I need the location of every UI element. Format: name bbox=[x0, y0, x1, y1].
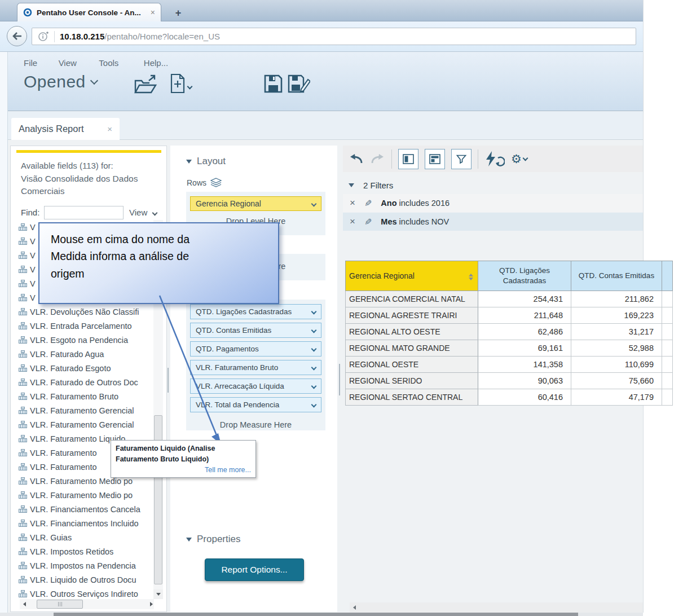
field-list-item[interactable]: VLR. Liquido de Outros Docu bbox=[19, 573, 154, 587]
browse-files-button[interactable] bbox=[134, 74, 157, 98]
save-button[interactable] bbox=[264, 74, 283, 95]
value-cell[interactable]: 47,179 bbox=[571, 389, 662, 406]
value-cell[interactable]: 75,660 bbox=[571, 373, 662, 389]
value-cell[interactable]: 90,063 bbox=[478, 373, 571, 389]
row-label-cell[interactable]: REGIONAL MATO GRANDE bbox=[346, 340, 478, 357]
value-cell[interactable]: 69,161 bbox=[478, 340, 571, 357]
measure-chip[interactable]: QTD. Ligações Cadastradas bbox=[190, 304, 321, 319]
undo-button[interactable] bbox=[349, 152, 364, 165]
value-cell[interactable]: 52,988 bbox=[571, 340, 662, 357]
value-cell[interactable]: 141,358 bbox=[478, 357, 571, 373]
table-row[interactable]: REGIONAL SERTAO CENTRAL60,41647,179 bbox=[346, 389, 673, 406]
table-row[interactable]: REGIONAL OESTE141,358110,699 bbox=[346, 357, 673, 373]
create-new-button[interactable] bbox=[169, 73, 192, 94]
edit-filter-pencil-icon[interactable]: ✎ bbox=[364, 198, 372, 209]
field-list-item[interactable]: VLR. Devoluções Não Classifi bbox=[19, 305, 154, 319]
tab-analysis-report[interactable]: Analysis Report × bbox=[11, 118, 120, 140]
table-row[interactable]: REGIONAL ALTO OESTE62,48631,217 bbox=[346, 324, 673, 340]
remove-filter-icon[interactable]: × bbox=[350, 216, 355, 227]
edit-filter-pencil-icon[interactable]: ✎ bbox=[364, 217, 372, 227]
field-list-item[interactable]: VLR. Faturamento Bruto bbox=[19, 389, 154, 403]
menu-help[interactable]: Help... bbox=[144, 58, 168, 68]
value-cell[interactable]: 31,217 bbox=[571, 324, 662, 340]
field-list-item[interactable]: VLR. Faturamento Medio po bbox=[19, 488, 154, 502]
menu-file[interactable]: File bbox=[24, 58, 37, 68]
report-options-button[interactable]: Report Options... bbox=[205, 558, 304, 581]
window-hscrollbar[interactable] bbox=[0, 613, 643, 616]
menu-tools[interactable]: Tools bbox=[99, 58, 118, 68]
row-label-cell[interactable]: REGIONAL OESTE bbox=[346, 357, 478, 373]
row-label-cell[interactable]: GERENCIA COMERCIAL NATAL bbox=[346, 291, 478, 307]
measure-chip[interactable]: VLR. Total da Pendencia bbox=[190, 397, 321, 412]
value-cell[interactable]: 169,223 bbox=[571, 307, 662, 324]
hscrollbar-thumb[interactable] bbox=[37, 600, 83, 609]
sort-icon[interactable] bbox=[469, 274, 473, 280]
triangle-right-icon[interactable] bbox=[150, 602, 153, 606]
table-row[interactable]: REGIONAL AGRESTE TRAIRI211,648169,223 bbox=[346, 307, 673, 324]
browser-tab[interactable]: Pentaho User Console - An... × bbox=[17, 3, 161, 21]
view-dropdown[interactable]: View bbox=[129, 208, 157, 217]
table-row[interactable]: GERENCIA COMERCIAL NATAL254,431211,862 bbox=[346, 291, 673, 307]
row-label-cell[interactable]: REGIONAL SERIDO bbox=[346, 373, 478, 389]
field-list-item[interactable]: VLR. Faturamento Gerencial bbox=[19, 403, 154, 417]
hscroll-left-button[interactable] bbox=[20, 600, 29, 609]
filter-row-ano[interactable]: × ✎ Ano includes 2016 bbox=[343, 194, 643, 212]
value-cell[interactable]: 60,416 bbox=[478, 389, 571, 406]
save-as-button[interactable] bbox=[288, 74, 310, 95]
report-hscrollbar[interactable] bbox=[350, 602, 643, 613]
field-list-item[interactable]: VLR. Faturado Esgoto bbox=[19, 361, 154, 375]
field-list-item[interactable]: VLR. Outros Serviços Indireto bbox=[19, 587, 154, 599]
table-column-header[interactable]: QTD. Ligações Cadastradas bbox=[478, 261, 571, 291]
tab-close-icon[interactable]: × bbox=[151, 8, 155, 17]
field-list-item[interactable]: VLR. Faturado Agua bbox=[19, 347, 154, 361]
row-label-cell[interactable]: REGIONAL ALTO OESTE bbox=[346, 324, 478, 340]
row-label-cell[interactable]: REGIONAL AGRESTE TRAIRI bbox=[346, 307, 478, 324]
new-tab-button[interactable]: + bbox=[168, 6, 188, 20]
measure-chip[interactable]: QTD. Pagamentos bbox=[190, 341, 321, 357]
table-row[interactable]: REGIONAL MATO GRANDE69,16152,988 bbox=[346, 340, 673, 357]
table-column-header[interactable]: Gerencia Regional bbox=[346, 261, 478, 291]
settings-dropdown[interactable]: ⚙ bbox=[511, 153, 527, 165]
properties-section-header[interactable]: Properties bbox=[186, 534, 240, 545]
value-cell[interactable]: 62,486 bbox=[478, 324, 571, 340]
value-cell[interactable]: 211,648 bbox=[478, 307, 571, 324]
show-left-panel-button[interactable] bbox=[398, 149, 418, 169]
value-cell[interactable]: 110,699 bbox=[571, 357, 662, 373]
field-list-item[interactable]: VLR. Impostos Retidos bbox=[19, 544, 154, 558]
field-list-item[interactable]: VLR. Entrada Parcelamento bbox=[19, 319, 154, 333]
measure-chip[interactable]: QTD. Contas Emitidas bbox=[190, 323, 321, 338]
field-list-item[interactable]: VLR. Guias bbox=[19, 530, 154, 544]
value-cell[interactable]: 254,431 bbox=[478, 291, 571, 307]
panel-splitter-handle[interactable] bbox=[168, 368, 169, 393]
field-list-item[interactable]: VLR. Financiamentos Incluido bbox=[19, 516, 154, 530]
filter-row-mes[interactable]: × ✎ Mes includes NOV bbox=[343, 213, 643, 231]
find-input[interactable] bbox=[44, 206, 124, 219]
field-list-item[interactable]: VLR. Esgoto na Pendencia bbox=[19, 333, 154, 347]
field-list-hscrollbar[interactable] bbox=[20, 599, 154, 609]
layout-section-header[interactable]: Layout bbox=[186, 156, 226, 167]
value-cell[interactable]: 211,862 bbox=[571, 291, 662, 307]
table-column-header[interactable]: QTD. Contas Emitidas bbox=[571, 261, 662, 291]
redo-button[interactable] bbox=[370, 152, 385, 165]
panel-splitter-handle[interactable] bbox=[339, 364, 340, 395]
measure-chip[interactable]: VLR. Arrecacação Líquida bbox=[190, 379, 321, 394]
opened-dropdown[interactable]: Opened bbox=[24, 72, 97, 91]
back-button[interactable] bbox=[7, 26, 27, 46]
show-filters-button[interactable] bbox=[451, 149, 472, 169]
row-field-chip[interactable]: Gerencia Regional bbox=[190, 196, 321, 211]
tell-me-more-link[interactable]: Tell me more... bbox=[116, 466, 251, 474]
row-label-cell[interactable]: REGIONAL SERTAO CENTRAL bbox=[346, 389, 478, 406]
show-top-panel-button[interactable] bbox=[425, 149, 445, 169]
field-list-item[interactable]: VLR. Faturamento Gerencial bbox=[19, 417, 154, 432]
vscrollbar-down-button[interactable] bbox=[153, 589, 163, 599]
filters-section-header[interactable]: 2 Filters bbox=[343, 177, 643, 193]
window-hscrollbar-thumb[interactable] bbox=[54, 613, 578, 616]
remove-filter-icon[interactable]: × bbox=[350, 197, 355, 209]
refresh-report-button[interactable] bbox=[484, 151, 505, 168]
field-list-item[interactable]: VLR. Faturado de Outros Doc bbox=[19, 375, 154, 389]
field-list-item[interactable]: VLR. Impostos na Pendencia bbox=[19, 558, 154, 573]
measure-chip[interactable]: VLR. Faturamento Bruto bbox=[190, 360, 321, 375]
table-row[interactable]: REGIONAL SERIDO90,06375,660 bbox=[346, 373, 673, 389]
page-info-icon[interactable] bbox=[38, 31, 49, 42]
menu-view[interactable]: View bbox=[59, 58, 77, 68]
